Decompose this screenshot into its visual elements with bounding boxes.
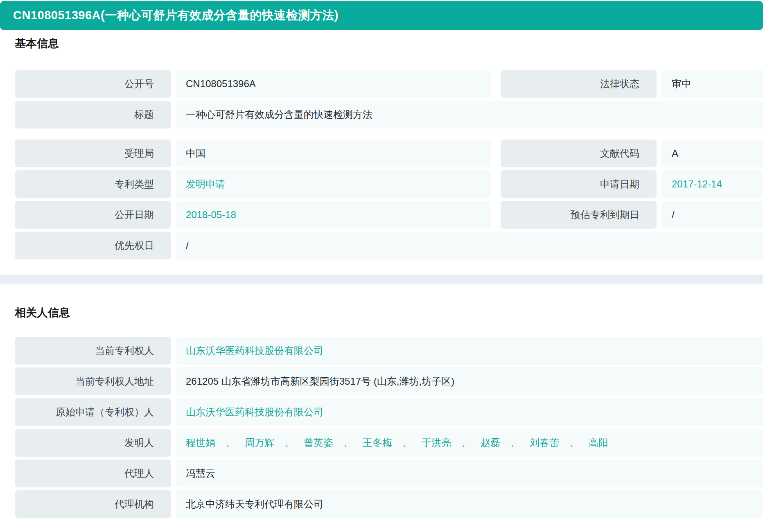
table-row: 公开日期 2018-05-18 预估专利到期日 / <box>15 201 763 229</box>
office-value: 中国 <box>176 140 491 167</box>
office-label: 受理局 <box>15 140 171 167</box>
original-applicant-link[interactable]: 山东沃华医药科技股份有限公司 <box>186 406 323 418</box>
doc-code-label: 文献代码 <box>501 140 657 167</box>
inventors-value: 程世娟 、 周万辉 、 曾英姿 、 王冬梅 、 于洪亮 、 赵磊 、 刘春蕾 、… <box>176 429 763 457</box>
title-label: 标题 <box>15 101 171 128</box>
publication-date-link[interactable]: 2018-05-18 <box>186 209 236 221</box>
agent-value: 冯慧云 <box>176 460 763 487</box>
table-row: 原始申请（专利权）人 山东沃华医药科技股份有限公司 <box>15 398 763 426</box>
current-assignee-value: 山东沃华医药科技股份有限公司 <box>176 337 763 365</box>
page-title: CN108051396A(一种心可舒片有效成分含量的快速检测方法) <box>13 7 339 24</box>
application-date-link[interactable]: 2017-12-14 <box>672 178 722 190</box>
inventor-separator: 、 <box>570 437 578 449</box>
current-assignee-link[interactable]: 山东沃华医药科技股份有限公司 <box>186 345 323 357</box>
priority-date-label: 优先权日 <box>15 232 171 259</box>
inventor-separator: 、 <box>344 437 352 449</box>
original-applicant-label: 原始申请（专利权）人 <box>15 398 171 426</box>
application-date-label: 申请日期 <box>501 170 657 198</box>
inventor-separator: 、 <box>403 437 411 449</box>
inventor-link[interactable]: 刘春蕾 <box>530 437 559 449</box>
inventor-link[interactable]: 赵磊 <box>481 437 500 449</box>
inventor-link[interactable]: 高阳 <box>589 437 608 449</box>
legal-status-label: 法律状态 <box>501 70 657 98</box>
agency-value: 北京中济纬天专利代理有限公司 <box>176 490 763 518</box>
inventor-link[interactable]: 周万辉 <box>245 437 274 449</box>
table-row: 当前专利权人 山东沃华医药科技股份有限公司 <box>15 337 763 365</box>
inventor-link[interactable]: 程世娟 <box>186 437 215 449</box>
table-row: 标题 一种心可舒片有效成分含量的快速检测方法 <box>15 101 763 128</box>
current-assignee-address-label: 当前专利权人地址 <box>15 367 171 395</box>
current-assignee-address-value: 261205 山东省潍坊市高新区梨园街3517号 (山东,潍坊,坊子区) <box>176 367 763 395</box>
patent-type-label: 专利类型 <box>15 170 171 198</box>
estimated-expiry-label: 预估专利到期日 <box>501 201 657 229</box>
application-date-value: 2017-12-14 <box>661 170 763 198</box>
patent-type-value: 发明申请 <box>176 170 491 198</box>
legal-status-value: 审中 <box>661 70 763 98</box>
table-row: 代理机构 北京中济纬天专利代理有限公司 <box>15 490 763 518</box>
basic-info-section: 基本信息 公开号 CN108051396A 法律状态 审中 标题 一种心可舒片有… <box>0 37 763 259</box>
title-value: 一种心可舒片有效成分含量的快速检测方法 <box>176 101 763 128</box>
patent-title-bar: CN108051396A(一种心可舒片有效成分含量的快速检测方法) <box>0 1 763 30</box>
table-row: 受理局 中国 文献代码 A <box>15 140 763 167</box>
estimated-expiry-value: / <box>661 201 763 229</box>
inventor-separator: 、 <box>226 437 234 449</box>
inventor-separator: 、 <box>285 437 293 449</box>
related-info-section: 相关人信息 当前专利权人 山东沃华医药科技股份有限公司 当前专利权人地址 261… <box>0 306 763 518</box>
agent-label: 代理人 <box>15 460 171 487</box>
publication-date-label: 公开日期 <box>15 201 171 229</box>
related-info-heading: 相关人信息 <box>15 306 763 319</box>
priority-date-value: / <box>176 232 763 259</box>
original-applicant-value: 山东沃华医药科技股份有限公司 <box>176 398 763 426</box>
basic-info-heading: 基本信息 <box>15 37 763 50</box>
doc-code-value: A <box>661 140 763 167</box>
inventors-label: 发明人 <box>15 429 171 457</box>
patent-type-link[interactable]: 发明申请 <box>186 178 225 190</box>
inventor-link[interactable]: 于洪亮 <box>422 437 451 449</box>
table-row: 优先权日 / <box>15 232 763 259</box>
table-row: 代理人 冯慧云 <box>15 460 763 487</box>
current-assignee-label: 当前专利权人 <box>15 337 171 365</box>
inventor-separator: 、 <box>511 437 519 449</box>
inventor-link[interactable]: 曾英姿 <box>304 437 333 449</box>
inventor-separator: 、 <box>462 437 470 449</box>
table-row: 专利类型 发明申请 申请日期 2017-12-14 <box>15 170 763 198</box>
table-row: 当前专利权人地址 261205 山东省潍坊市高新区梨园街3517号 (山东,潍坊… <box>15 367 763 395</box>
publication-number-value: CN108051396A <box>176 70 491 98</box>
publication-date-value: 2018-05-18 <box>176 201 491 229</box>
publication-number-label: 公开号 <box>15 70 171 98</box>
agency-label: 代理机构 <box>15 490 171 518</box>
inventor-link[interactable]: 王冬梅 <box>363 437 392 449</box>
table-row: 公开号 CN108051396A 法律状态 审中 <box>15 70 763 98</box>
section-divider <box>0 275 763 284</box>
table-row: 发明人 程世娟 、 周万辉 、 曾英姿 、 王冬梅 、 于洪亮 、 赵磊 、 刘… <box>15 429 763 457</box>
